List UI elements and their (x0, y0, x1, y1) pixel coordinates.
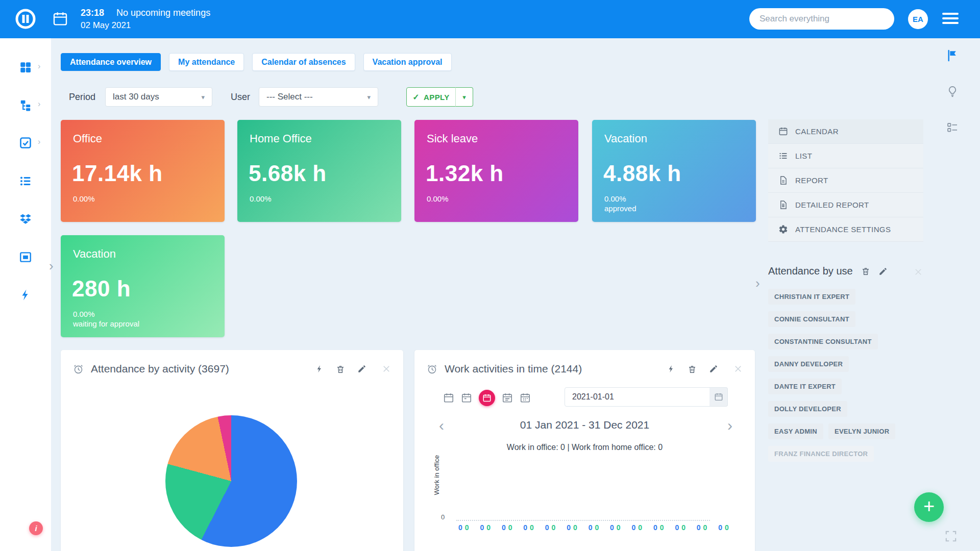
stat-card-vacation-waiting[interactable]: Vacation 280 h 0.00% waiting for approva… (61, 235, 225, 337)
card-title: Home Office (250, 132, 312, 145)
sidebar-expander[interactable]: › (49, 258, 54, 274)
sidebar-item-activity[interactable] (12, 282, 39, 308)
menu-icon[interactable] (942, 13, 959, 27)
trash-icon[interactable] (688, 364, 697, 374)
pencil-icon[interactable] (878, 267, 888, 276)
pencil-icon[interactable] (709, 364, 718, 373)
card-title: Vacation (604, 132, 647, 145)
chevron-right-icon[interactable]: › (38, 99, 40, 109)
calendar-view-icon[interactable] (461, 392, 472, 404)
close-icon[interactable] (382, 364, 391, 373)
bolt-icon[interactable] (315, 364, 324, 373)
user-chip[interactable]: DANNY DEVELOPER (768, 356, 849, 372)
date-input[interactable] (565, 387, 710, 407)
chevron-right-icon[interactable]: › (38, 62, 40, 71)
card-percent: 0.00% (427, 194, 449, 203)
user-select[interactable]: --- Select --- ▾ (259, 87, 378, 107)
attendance-menu: CALENDAR LIST REPORT DETAILED REPORT (768, 119, 923, 242)
tab-my-attendance[interactable]: My attendance (169, 53, 244, 71)
calendar-view-active[interactable] (479, 390, 495, 406)
user-chip[interactable]: CHRISTIAN IT EXPERT (768, 289, 855, 305)
user-label: User (231, 87, 250, 107)
page-tabs: Attendance overview My attendance Calend… (61, 53, 452, 71)
data-point-pair: 00 (697, 523, 707, 532)
user-chip[interactable]: CONNIE CONSULTANT (768, 311, 855, 327)
sidebar-item-list[interactable] (12, 168, 39, 194)
task-list-icon[interactable] (946, 121, 959, 134)
calendar-icon (778, 127, 788, 136)
document-icon (778, 176, 788, 185)
user-chip-list: CHRISTIAN IT EXPERT CONNIE CONSULTANT CO… (768, 289, 937, 468)
next-period-arrow[interactable]: › (727, 417, 732, 434)
stat-card-sick-leave[interactable]: Sick leave 1.32k h 0.00% (414, 120, 578, 222)
calendar-view-icon[interactable] (443, 392, 454, 404)
user-chip[interactable]: DANTE IT EXPERT (768, 379, 842, 394)
attendance-by-user-widget-header: Attendance by use (768, 265, 888, 277)
app-root: 23:18No upcoming meetings 02 May 2021 EA (0, 0, 980, 551)
calendar-view-icon[interactable] (520, 392, 531, 404)
sidebar-item-dropbox[interactable] (12, 206, 39, 233)
date-picker-button[interactable] (709, 387, 728, 407)
bolt-icon[interactable] (667, 364, 675, 373)
close-icon[interactable] (914, 267, 923, 277)
trash-icon[interactable] (336, 364, 345, 374)
menu-item-attendance-settings[interactable]: ATTENDANCE SETTINGS (768, 217, 923, 242)
user-chip[interactable]: FRANZ FINANCE DIRECTOR (768, 446, 874, 462)
menu-item-report[interactable]: REPORT (768, 168, 923, 193)
period-select[interactable]: last 30 days ▾ (105, 87, 212, 107)
x-axis-values: 00000000000000000000000000 (458, 523, 729, 532)
menu-item-detailed-report[interactable]: DETAILED REPORT (768, 193, 923, 217)
user-chip[interactable]: EASY ADMIN (768, 423, 823, 439)
search-input[interactable] (749, 8, 894, 30)
stat-card-home-office[interactable]: Home Office 5.68k h 0.00% (237, 120, 401, 222)
attendance-pie-chart[interactable] (165, 415, 297, 547)
apply-button[interactable]: ✓ APPLY (406, 87, 456, 107)
fullscreen-icon[interactable] (944, 530, 958, 543)
tab-vacation-approval[interactable]: Vacation approval (363, 53, 452, 71)
data-point-pair: 00 (653, 523, 664, 532)
calendar-icon[interactable] (52, 11, 68, 27)
card-title: Office (73, 132, 102, 145)
apply-dropdown-button[interactable]: ▾ (455, 87, 473, 107)
stat-card-vacation-approved[interactable]: Vacation 4.88k h 0.00% approved (592, 120, 756, 222)
tab-calendar-of-absences[interactable]: Calendar of absences (252, 53, 355, 71)
data-point-pair: 00 (610, 523, 621, 532)
panel-title: Work activities in time (2144) (445, 363, 582, 375)
x-axis-line (456, 520, 710, 521)
grid-icon (19, 61, 32, 74)
user-chip[interactable]: CONSTANTINE CONSULTANT (768, 334, 878, 349)
sidebar-item-window[interactable] (12, 244, 39, 270)
chevron-right-icon[interactable]: › (38, 137, 40, 146)
data-point-pair: 00 (458, 523, 469, 532)
close-icon[interactable] (733, 364, 743, 373)
card-value: 1.32k h (426, 161, 504, 186)
card-title: Sick leave (427, 132, 478, 145)
avatar[interactable]: EA (908, 9, 928, 29)
panel-title: Attendance by activity (3697) (91, 363, 229, 375)
lightbulb-icon[interactable] (946, 85, 959, 98)
app-logo-icon[interactable] (14, 8, 37, 30)
menu-item-calendar[interactable]: CALENDAR (768, 119, 923, 144)
meeting-info[interactable]: 23:18No upcoming meetings 02 May 2021 (81, 7, 210, 32)
calendar-view-icon[interactable] (502, 392, 513, 404)
flag-icon[interactable] (946, 49, 959, 62)
card-note: approved (604, 204, 636, 213)
data-point-pair: 00 (502, 523, 512, 532)
trash-icon[interactable] (861, 266, 870, 276)
data-point-pair: 00 (567, 523, 577, 532)
tab-attendance-overview[interactable]: Attendance overview (61, 53, 161, 71)
right-panel-expander[interactable]: › (755, 276, 760, 291)
user-chip[interactable]: EVELYN JUNIOR (828, 423, 895, 439)
card-title: Vacation (73, 247, 116, 261)
pencil-icon[interactable] (357, 364, 366, 373)
stat-card-office[interactable]: Office 17.14k h 0.00% (61, 120, 225, 222)
add-button[interactable]: + (914, 492, 944, 522)
menu-item-list[interactable]: LIST (768, 144, 923, 168)
widget-title: Attendance by use (768, 265, 853, 277)
current-date: 02 May 2021 (81, 19, 210, 32)
user-chip[interactable]: DOLLY DEVELOPER (768, 401, 847, 417)
sidebar-item-tree[interactable] (12, 92, 39, 118)
sidebar-item-dashboard[interactable] (12, 54, 39, 81)
info-icon[interactable]: i (29, 521, 43, 535)
sidebar-item-tasks[interactable] (12, 130, 39, 156)
